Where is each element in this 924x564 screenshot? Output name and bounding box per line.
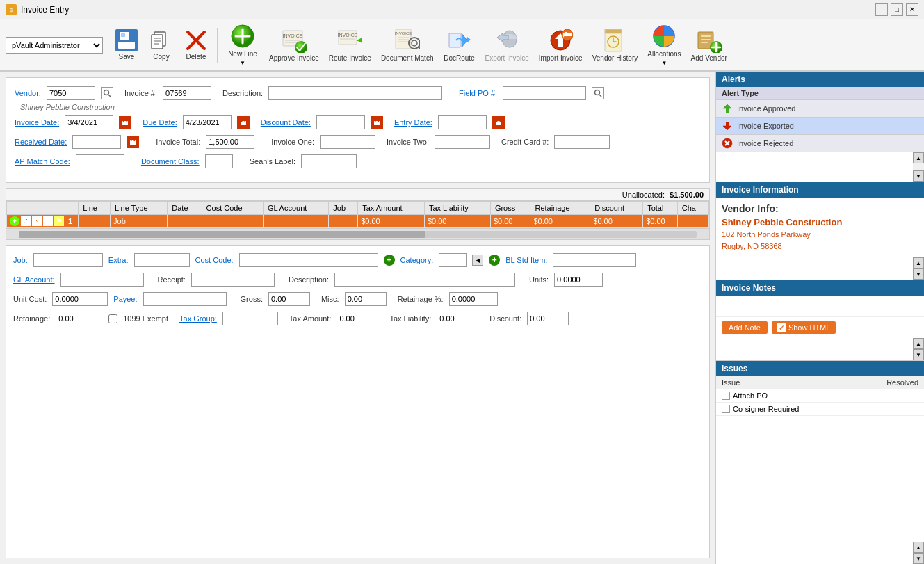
save-button[interactable]: Save <box>110 22 143 67</box>
detail-description-input[interactable] <box>334 273 515 287</box>
discount-date-label[interactable]: Discount Date: <box>261 118 311 127</box>
row-delete-button[interactable]: ✕ <box>32 216 42 226</box>
extra-label[interactable]: Extra: <box>108 256 129 264</box>
add-note-button[interactable]: Add Note <box>722 321 768 334</box>
approve-invoice-button[interactable]: INVOICE Approve Invoice <box>265 22 323 67</box>
tax-group-label[interactable]: Tax Group: <box>179 314 217 323</box>
category-input[interactable] <box>439 253 467 267</box>
units-input[interactable] <box>554 273 603 287</box>
window-controls[interactable]: — □ ✕ <box>875 3 918 16</box>
issues-scroll-down[interactable]: ▼ <box>913 553 924 564</box>
vendor-input[interactable] <box>47 86 95 100</box>
entry-date-label[interactable]: Entry Date: <box>394 118 432 127</box>
discount-date-input[interactable] <box>316 115 365 129</box>
ap-match-label[interactable]: AP Match Code: <box>15 157 70 166</box>
gross-input[interactable] <box>268 292 310 306</box>
new-line-button[interactable]: New Line ▼ <box>222 22 264 67</box>
retainage-pct-input[interactable] <box>449 292 498 306</box>
hscroll-thumb[interactable] <box>19 231 425 238</box>
export-invoice-button[interactable]: Export Invoice <box>480 22 533 67</box>
grid-container[interactable]: Line Line Type Date Cost Code GL Account… <box>6 201 709 228</box>
description-input[interactable] <box>268 86 442 100</box>
vendor-search-button[interactable] <box>101 87 113 99</box>
vendor-history-button[interactable]: Vendor History <box>588 22 642 67</box>
invoice-date-label[interactable]: Invoice Date: <box>15 118 59 127</box>
notes-scroll-up[interactable]: ▲ <box>913 338 924 349</box>
delete-button[interactable]: Delete <box>179 22 213 67</box>
received-date-label[interactable]: Received Date: <box>15 138 67 146</box>
document-class-label[interactable]: Document Class: <box>141 157 200 166</box>
discount-date-calendar[interactable] <box>371 116 383 129</box>
entry-date-input[interactable] <box>438 115 487 129</box>
invoice-date-calendar[interactable] <box>119 116 131 129</box>
alert-item-rejected[interactable]: Invoice Rejected <box>716 135 924 152</box>
docroute-button[interactable]: DocRoute <box>439 22 479 67</box>
issue-cosigner-checkbox[interactable] <box>722 405 730 413</box>
invoice-total-input[interactable] <box>206 135 254 149</box>
invoice-date-input[interactable] <box>65 115 113 129</box>
category-select-button[interactable]: ◀ <box>472 255 483 266</box>
issues-scroll-up[interactable]: ▲ <box>913 542 924 553</box>
copy-button[interactable]: Copy <box>145 22 178 67</box>
payee-label[interactable]: Payee: <box>113 295 137 303</box>
row-flag-button[interactable]: ⚑ <box>54 216 64 226</box>
field-po-search-button[interactable] <box>592 87 604 99</box>
document-class-input[interactable] <box>205 154 233 168</box>
field-po-input[interactable] <box>503 86 586 100</box>
due-date-input[interactable] <box>183 115 232 129</box>
tax-amount-input[interactable] <box>337 312 378 325</box>
due-date-calendar[interactable] <box>237 116 250 129</box>
alerts-scroll-down[interactable]: ▼ <box>913 170 924 182</box>
tax-liability-input[interactable] <box>437 312 478 325</box>
category-add-button[interactable]: + <box>489 255 500 266</box>
due-date-label[interactable]: Due Date: <box>143 118 177 127</box>
user-dropdown[interactable]: pVault Administrator <box>6 37 103 54</box>
job-label[interactable]: Job: <box>13 256 28 264</box>
retainage-input[interactable] <box>56 312 97 325</box>
table-row[interactable]: + ↺ ✕ 📄 ⚑ 1 Job <box>7 215 709 228</box>
invoice-two-input[interactable] <box>435 135 490 149</box>
alert-item-approved[interactable]: Invoice Approved <box>716 100 924 118</box>
minimize-button[interactable]: — <box>875 3 888 16</box>
alerts-scroll-up[interactable]: ▲ <box>913 152 924 163</box>
unit-cost-input[interactable] <box>52 292 108 306</box>
route-invoice-button[interactable]: INVOICE Route Invoice <box>325 22 375 67</box>
cost-code-input[interactable] <box>239 253 378 267</box>
discount-input[interactable] <box>527 312 569 325</box>
horizontal-scrollbar[interactable] <box>6 228 709 239</box>
exempt-checkbox[interactable] <box>108 314 117 323</box>
bl-std-item-input[interactable] <box>553 253 636 267</box>
cost-code-add-button[interactable]: + <box>384 255 395 266</box>
misc-input[interactable] <box>345 292 387 306</box>
import-invoice-button[interactable]: Import Invoice <box>535 22 587 67</box>
field-po-label[interactable]: Field PO #: <box>459 89 497 97</box>
payee-input[interactable] <box>143 292 227 306</box>
add-vendor-button[interactable]: Add Vendor <box>687 22 731 67</box>
row-doc-button[interactable]: 📄 <box>43 216 53 226</box>
received-date-calendar[interactable] <box>127 136 139 148</box>
alert-item-exported[interactable]: Invoice Exported <box>716 118 924 135</box>
gl-account-label[interactable]: GL Account: <box>13 275 55 284</box>
credit-card-input[interactable] <box>554 135 610 149</box>
seans-label-input[interactable] <box>301 154 357 168</box>
vendor-scroll-up[interactable]: ▲ <box>913 257 924 268</box>
notes-scroll-down[interactable]: ▼ <box>913 349 924 360</box>
vendor-label[interactable]: Vendor: <box>15 89 41 97</box>
show-html-button[interactable]: ✓ Show HTML <box>772 321 836 334</box>
gl-account-input[interactable] <box>60 273 144 287</box>
entry-date-calendar[interactable] <box>492 116 505 129</box>
maximize-button[interactable]: □ <box>891 3 903 16</box>
invoice-num-input[interactable] <box>163 86 211 100</box>
allocations-button[interactable]: Allocations ▼ <box>643 22 685 67</box>
close-button[interactable]: ✕ <box>906 3 918 16</box>
extra-input[interactable] <box>134 253 190 267</box>
received-date-input[interactable] <box>72 135 121 149</box>
ap-match-input[interactable] <box>76 154 124 168</box>
job-input[interactable] <box>33 253 103 267</box>
receipt-input[interactable] <box>191 273 275 287</box>
invoice-one-input[interactable] <box>320 135 375 149</box>
cost-code-label[interactable]: Cost Code: <box>195 256 234 264</box>
row-refresh-button[interactable]: ↺ <box>21 216 31 226</box>
tax-group-input[interactable] <box>222 312 278 325</box>
category-label[interactable]: Category: <box>400 256 434 264</box>
